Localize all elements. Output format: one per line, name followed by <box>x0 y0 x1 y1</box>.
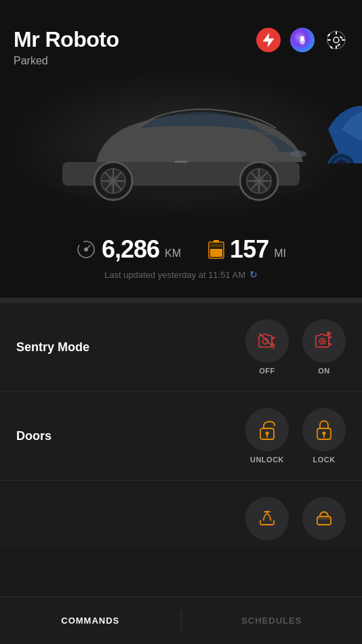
car-name: Mr Roboto <box>14 27 119 52</box>
car-silhouette <box>35 81 327 209</box>
odometer-stat: 6,286 KM <box>76 235 181 264</box>
sentry-off-label: OFF <box>259 367 275 375</box>
range-value: 157 <box>230 235 268 264</box>
last-updated-text: Last updated yesterday at 11:51 AM <box>104 270 245 280</box>
lightning-icon[interactable] <box>256 28 281 52</box>
settings-icon[interactable] <box>324 28 348 52</box>
trunk-buttons-partial <box>245 497 346 540</box>
lock-group: LOCK <box>302 408 346 464</box>
trunk-row-partial <box>0 481 362 547</box>
section-divider <box>0 298 362 303</box>
sentry-off-button[interactable] <box>245 319 289 363</box>
car-image-area <box>0 67 362 223</box>
sentry-on-button[interactable] <box>302 319 346 363</box>
sentry-on-label: ON <box>318 367 330 375</box>
sentry-off-group: OFF <box>245 319 289 375</box>
trunk-open-button[interactable] <box>245 497 289 540</box>
svg-rect-12 <box>340 35 343 39</box>
app-header: Mr Roboto <box>0 0 362 67</box>
sentry-on-group: ON <box>302 319 346 375</box>
header-top-row: Mr Roboto <box>14 27 348 52</box>
svg-rect-41 <box>210 243 222 247</box>
doors-row: Doors UNLOCK <box>0 392 362 481</box>
svg-rect-6 <box>336 45 337 49</box>
doors-label: Doors <box>16 429 52 443</box>
range-unit: MI <box>274 247 286 260</box>
car-status: Parked <box>14 55 48 66</box>
svg-line-37 <box>86 245 90 249</box>
doors-unlock-button[interactable] <box>245 408 289 451</box>
battery-icon <box>208 239 224 260</box>
second-car-hint <box>325 96 362 163</box>
last-updated-row: Last updated yesterday at 11:51 AM ↻ <box>14 269 348 291</box>
trunk-close-button[interactable] <box>302 497 346 540</box>
svg-point-31 <box>290 150 306 157</box>
tab-schedules-label: SCHEDULES <box>241 616 302 626</box>
tab-bar: COMMANDS SCHEDULES <box>0 597 362 644</box>
svg-rect-40 <box>210 249 222 257</box>
unlock-group: UNLOCK <box>245 408 289 464</box>
range-stat: 157 MI <box>208 235 286 264</box>
svg-rect-11 <box>329 45 333 49</box>
controls-section: Sentry Mode OFF <box>0 303 362 547</box>
tab-commands[interactable]: COMMANDS <box>0 597 181 644</box>
speedometer-icon <box>76 239 96 260</box>
svg-point-2 <box>300 36 304 41</box>
svg-rect-5 <box>336 31 337 35</box>
unlock-label: UNLOCK <box>250 456 284 464</box>
odometer-unit: KM <box>165 247 181 260</box>
tab-commands-label: COMMANDS <box>61 616 119 626</box>
sentry-mode-buttons: OFF ON <box>245 319 346 375</box>
svg-point-50 <box>327 331 331 336</box>
header-icon-group <box>256 28 348 52</box>
odometer-value: 6,286 <box>102 235 159 264</box>
stats-section: 6,286 KM 157 MI Last updated yesterday a… <box>0 223 362 298</box>
svg-point-47 <box>321 340 323 342</box>
svg-rect-39 <box>214 240 219 243</box>
svg-rect-7 <box>327 39 331 41</box>
doors-lock-button[interactable] <box>302 408 346 451</box>
svg-rect-32 <box>174 161 188 163</box>
svg-rect-9 <box>327 33 331 37</box>
siri-icon[interactable] <box>290 28 315 52</box>
svg-point-4 <box>334 37 339 43</box>
stats-row: 6,286 KM 157 MI <box>14 235 348 264</box>
tab-schedules[interactable]: SCHEDULES <box>182 597 363 644</box>
sentry-mode-label: Sentry Mode <box>16 340 89 355</box>
sentry-mode-row: Sentry Mode OFF <box>0 303 362 392</box>
doors-buttons: UNLOCK LOCK <box>245 408 346 464</box>
refresh-icon[interactable]: ↻ <box>249 269 258 280</box>
svg-rect-8 <box>342 39 345 41</box>
lock-label: LOCK <box>313 456 335 464</box>
svg-rect-10 <box>337 43 340 46</box>
